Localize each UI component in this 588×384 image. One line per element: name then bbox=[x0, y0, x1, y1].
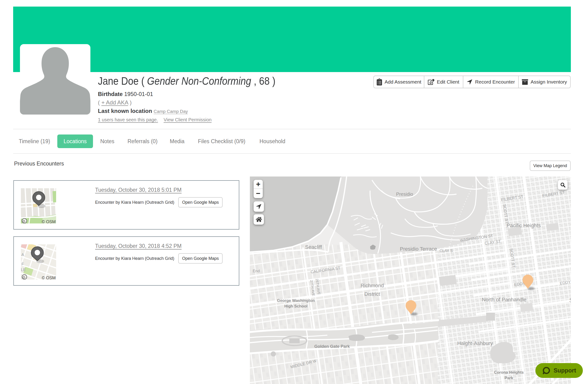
svg-text:© OSM: © OSM bbox=[42, 276, 56, 280]
svg-text:Presidio Terrace: Presidio Terrace bbox=[400, 246, 437, 252]
svg-text:Haight-Ashbury: Haight-Ashbury bbox=[457, 340, 493, 346]
svg-text:Golden Gate Park: Golden Gate Park bbox=[314, 344, 350, 349]
svg-text:S: S bbox=[569, 297, 571, 304]
svg-text:Park: Park bbox=[505, 376, 513, 380]
svg-text:Presidio: Presidio bbox=[396, 192, 413, 197]
svg-text:Corona Heights: Corona Heights bbox=[494, 370, 524, 375]
svg-text:A: A bbox=[21, 253, 24, 257]
svg-text:George Washington: George Washington bbox=[277, 298, 315, 303]
svg-text:District: District bbox=[364, 291, 380, 297]
svg-text:© OSM: © OSM bbox=[42, 220, 56, 223]
svg-text:LE: LE bbox=[21, 268, 26, 272]
svg-text:Pacific Heights: Pacific Heights bbox=[506, 222, 541, 228]
svg-text:Richmond: Richmond bbox=[360, 283, 384, 288]
svg-text:North of Panhandle: North of Panhandle bbox=[482, 297, 526, 303]
svg-text:High School: High School bbox=[284, 304, 307, 308]
svg-text:End: End bbox=[253, 269, 260, 273]
svg-text:CLAY S: CLAY S bbox=[440, 249, 453, 253]
svg-text:F: F bbox=[21, 262, 24, 266]
svg-text:Seacliff: Seacliff bbox=[305, 244, 322, 250]
